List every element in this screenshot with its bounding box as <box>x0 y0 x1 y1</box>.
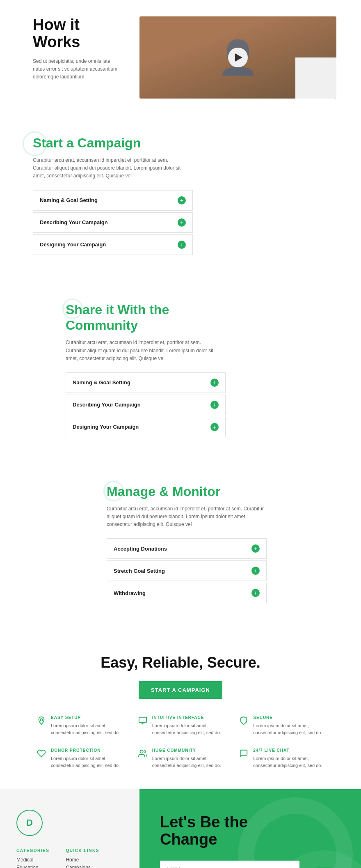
manage-circle-decoration <box>103 481 124 501</box>
footer-link-home[interactable]: Home <box>66 857 99 863</box>
feature-donor: DONOR PROTECTION Lorem ipsum dolor sit a… <box>37 748 122 769</box>
footer-logo: D <box>16 810 43 836</box>
share-accordion-icon-2 <box>210 401 219 409</box>
categories-heading: CATEGORIES <box>16 848 49 853</box>
feature-community: HUGE COMMUNITY Lorem ipsum dolor sit ame… <box>138 748 223 769</box>
footer-link-medical[interactable]: Medical <box>16 857 49 863</box>
footer-link-education[interactable]: Education <box>16 865 49 868</box>
accordion-item-1[interactable]: Naming & Goal Setting <box>33 190 193 211</box>
secure-text: Lorem ipsum dolor sit amet, consectetur … <box>253 722 324 736</box>
footer-logo-letter: D <box>26 817 33 828</box>
svg-point-4 <box>140 750 143 753</box>
footer-categories: CATEGORIES Medical Education Business En… <box>16 848 49 868</box>
how-title: How it Works <box>33 16 123 51</box>
accordion-label-3: Designing Your Campaign <box>40 241 106 248</box>
svg-rect-1 <box>139 717 146 723</box>
easy-setup-text: Lorem ipsum dolor sit amet, consectetur … <box>51 722 122 736</box>
section-circle-decoration <box>23 131 47 156</box>
play-button[interactable] <box>228 48 248 67</box>
start-campaign-button[interactable]: START A CAMPAIGN <box>139 681 222 699</box>
share-accordion-item-2[interactable]: Describing Your Campaign <box>66 395 226 415</box>
accordion-label-1: Naming & Goal Setting <box>40 197 98 203</box>
chat-icon <box>239 749 248 758</box>
manage-accordion-label-2: Stretch Goal Setting <box>114 568 165 574</box>
how-it-works-section: How it Works Sed ut perspiciatis, unde o… <box>0 0 361 115</box>
share-accordion-label-3: Designing Your Campaign <box>73 424 139 430</box>
email-field[interactable] <box>160 861 299 868</box>
feature-interface: INTUITIVE INTERFACE Lorem ipsum dolor si… <box>138 715 223 736</box>
footer-tagline: Let's Be the Change <box>160 814 340 848</box>
share-accordion-icon-3 <box>210 423 219 431</box>
start-campaign-accordion: Naming & Goal Setting Describing Your Ca… <box>33 190 193 255</box>
share-accordion-label-1: Naming & Goal Setting <box>73 379 130 386</box>
share-section: Share it With the Community Curabitur ar… <box>0 281 361 464</box>
interface-title: INTUITIVE INTERFACE <box>152 715 223 720</box>
accordion-icon-3 <box>178 241 186 249</box>
how-description: Sed ut perspiciatis, unde omnis iste nat… <box>33 57 123 81</box>
quicklinks-heading: QUICK LINKS <box>66 848 99 853</box>
manage-section: Manage & Monitor Curabitur arcu erat, ac… <box>0 464 361 630</box>
accordion-icon-1 <box>178 196 186 204</box>
footer-columns: CATEGORIES Medical Education Business En… <box>16 848 123 868</box>
share-accordion-item-1[interactable]: Naming & Goal Setting <box>66 372 226 393</box>
manage-accordion-label-1: Accepting Donations <box>114 546 167 552</box>
donor-title: DONOR PROTECTION <box>51 748 122 753</box>
manage-accordion-icon-3 <box>251 589 260 597</box>
accordion-item-2[interactable]: Describing Your Campaign <box>33 212 193 233</box>
accordion-label-2: Describing Your Campaign <box>40 219 108 225</box>
manage-accordion: Accepting Donations Stretch Goal Setting… <box>107 538 267 603</box>
manage-accordion-item-3[interactable]: Withdrawing <box>107 583 267 603</box>
share-accordion-icon-1 <box>210 379 219 387</box>
gray-accent <box>295 57 336 99</box>
feature-chat: 24/7 LIVE CHAT Lorem ipsum dolor sit ame… <box>239 748 324 769</box>
chat-title: 24/7 LIVE CHAT <box>253 748 324 753</box>
chat-text: Lorem ipsum dolor sit amet, consectetur … <box>253 755 324 769</box>
share-title: Share it With the Community <box>66 302 222 333</box>
footer-right: Let's Be the Change SUBSCRIBE f t in ▶ <box>139 789 361 868</box>
share-accordion-label-2: Describing Your Campaign <box>73 402 141 408</box>
share-accordion: Naming & Goal Setting Describing Your Ca… <box>66 372 226 437</box>
footer-left: D CATEGORIES Medical Education Business … <box>0 789 139 868</box>
pin-icon <box>37 716 46 725</box>
video-container[interactable]: 👤 <box>139 16 336 99</box>
easy-setup-title: EASY SETUP <box>51 715 122 720</box>
accordion-item-3[interactable]: Designing Your Campaign <box>33 234 193 255</box>
monitor-icon <box>138 716 147 725</box>
community-text: Lorem ipsum dolor sit amet, consectetur … <box>152 755 223 769</box>
manage-accordion-icon-2 <box>251 567 260 575</box>
footer-quicklinks: QUICK LINKS Home Campaigns Contact About… <box>66 848 99 868</box>
easy-headline: Easy, Reliable, Secure. <box>25 654 336 671</box>
manage-description: Curabitur arcu erat, accumsan id imperdi… <box>107 505 271 529</box>
svg-point-0 <box>40 719 43 721</box>
accordion-icon-2 <box>178 218 186 227</box>
feature-secure: SECURE Lorem ipsum dolor sit amet, conse… <box>239 715 324 736</box>
interface-text: Lorem ipsum dolor sit amet, consectetur … <box>152 722 223 736</box>
features-grid: EASY SETUP Lorem ipsum dolor sit amet, c… <box>37 715 324 769</box>
share-description: Curabitur arcu erat, accumsan id imperdi… <box>66 339 222 363</box>
start-campaign-section: Start a Campaign Curabitur arcu erat, ac… <box>0 115 361 281</box>
manage-accordion-icon-1 <box>251 544 260 553</box>
how-text-block: How it Works Sed ut perspiciatis, unde o… <box>33 16 123 81</box>
share-circle-decoration <box>62 299 83 319</box>
share-accordion-item-3[interactable]: Designing Your Campaign <box>66 417 226 437</box>
heart-icon <box>37 749 46 758</box>
easy-section: Easy, Reliable, Secure. START A CAMPAIGN… <box>0 629 361 789</box>
manage-title: Manage & Monitor <box>107 484 336 499</box>
start-campaign-title: Start a Campaign <box>33 135 336 151</box>
donor-text: Lorem ipsum dolor sit amet, consectetur … <box>51 755 122 769</box>
secure-title: SECURE <box>253 715 324 720</box>
community-title: HUGE COMMUNITY <box>152 748 223 753</box>
manage-accordion-item-1[interactable]: Accepting Donations <box>107 538 267 559</box>
manage-accordion-label-3: Withdrawing <box>114 590 146 596</box>
feature-easy-setup: EASY SETUP Lorem ipsum dolor sit amet, c… <box>37 715 122 736</box>
shield-icon <box>239 716 248 725</box>
footer-section: D CATEGORIES Medical Education Business … <box>0 789 361 868</box>
manage-accordion-item-2[interactable]: Stretch Goal Setting <box>107 560 267 581</box>
footer-link-campaigns[interactable]: Campaigns <box>66 865 99 868</box>
people-icon <box>138 749 147 758</box>
start-campaign-description: Curabitur arcu erat, accumsan id imperdi… <box>33 156 189 180</box>
